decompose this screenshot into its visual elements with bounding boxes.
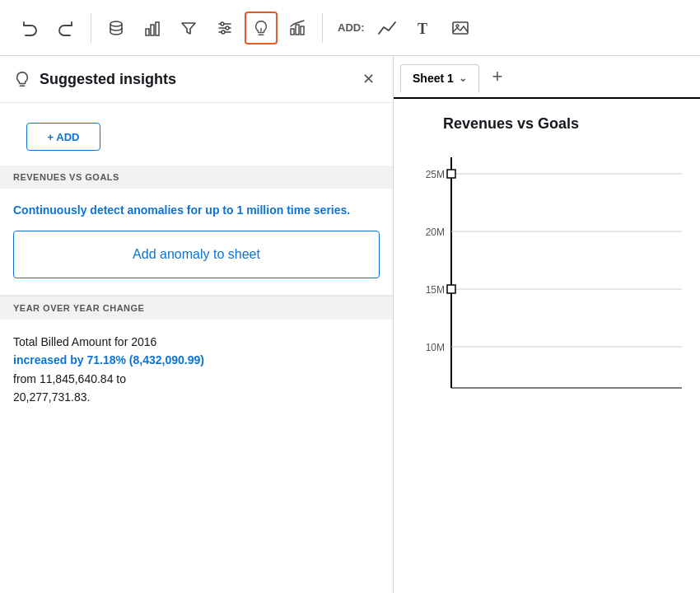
insight-content: Continuously detect anomalies for up to … bbox=[0, 189, 393, 296]
section1-label: REVENUES VS GOALS bbox=[0, 166, 393, 189]
sheet-tabs: Sheet 1 ⌄ + bbox=[394, 56, 700, 99]
add-image-button[interactable] bbox=[444, 12, 477, 44]
insights-button[interactable] bbox=[245, 12, 278, 44]
svg-rect-1 bbox=[146, 29, 149, 35]
svg-point-0 bbox=[110, 21, 122, 26]
main-layout: Suggested insights ✕ + ADD REVENUES VS G… bbox=[0, 56, 700, 593]
sheet-tab-label: Sheet 1 bbox=[413, 72, 454, 85]
svg-rect-3 bbox=[156, 22, 159, 35]
yoy-line1: Total Billed Amount for 2016 bbox=[13, 333, 380, 351]
redo-button[interactable] bbox=[49, 12, 82, 44]
add-label: ADD: bbox=[338, 21, 365, 34]
yoy-highlight: increased by 71.18% (8,432,090.99) bbox=[13, 351, 380, 369]
svg-point-8 bbox=[226, 26, 229, 30]
chart-area: Revenues vs Goals 25M 20M 15M bbox=[394, 99, 700, 593]
sheet-tab-1[interactable]: Sheet 1 ⌄ bbox=[400, 64, 479, 93]
add-line-button[interactable] bbox=[371, 12, 404, 44]
left-panel: Suggested insights ✕ + ADD REVENUES VS G… bbox=[0, 56, 394, 593]
add-text-button[interactable]: T bbox=[408, 12, 441, 44]
divider1 bbox=[91, 13, 91, 43]
add-anomaly-button[interactable]: Add anomaly to sheet bbox=[13, 231, 380, 278]
svg-text:15M: 15M bbox=[426, 284, 445, 296]
panel-lightbulb-icon bbox=[13, 70, 31, 88]
svg-point-9 bbox=[222, 30, 225, 34]
analytics-button[interactable] bbox=[281, 12, 314, 44]
yoy-line2: from 11,845,640.84 to bbox=[13, 370, 380, 388]
yoy-line3: 20,277,731.83. bbox=[13, 388, 380, 406]
svg-text:25M: 25M bbox=[426, 169, 445, 180]
svg-text:10M: 10M bbox=[426, 342, 445, 353]
svg-rect-15 bbox=[453, 22, 468, 34]
toolbar: ADD: T bbox=[0, 0, 700, 56]
divider2 bbox=[322, 13, 323, 43]
add-sheet-button[interactable]: + bbox=[484, 63, 511, 90]
chart-svg: 25M 20M 15M 10M bbox=[402, 149, 684, 413]
svg-rect-12 bbox=[296, 25, 299, 35]
database-button[interactable] bbox=[100, 12, 133, 44]
panel-header: Suggested insights ✕ bbox=[0, 56, 393, 103]
svg-rect-13 bbox=[301, 26, 304, 35]
insight-blue-text: Continuously detect anomalies for up to … bbox=[13, 202, 380, 219]
svg-rect-28 bbox=[447, 285, 455, 293]
add-anomaly-label: Add anomaly to sheet bbox=[133, 247, 260, 262]
svg-point-16 bbox=[456, 25, 459, 27]
sliders-button[interactable] bbox=[208, 12, 241, 44]
filter-button[interactable] bbox=[172, 12, 205, 44]
svg-rect-11 bbox=[291, 29, 294, 35]
undo-button[interactable] bbox=[13, 12, 46, 44]
section2-label: YEAR OVER YEAR CHANGE bbox=[0, 296, 393, 320]
svg-rect-2 bbox=[151, 25, 154, 35]
svg-point-7 bbox=[221, 22, 224, 26]
right-panel: Sheet 1 ⌄ + Revenues vs Goals 25M bbox=[394, 56, 700, 593]
svg-text:T: T bbox=[418, 21, 427, 37]
svg-text:20M: 20M bbox=[426, 226, 445, 238]
svg-rect-27 bbox=[447, 170, 455, 178]
chart-title: Revenues vs Goals bbox=[443, 115, 684, 133]
chart-container: 25M 20M 15M 10M bbox=[402, 149, 684, 569]
barchart-button[interactable] bbox=[136, 12, 169, 44]
chevron-down-icon: ⌄ bbox=[459, 72, 467, 84]
panel-title: Suggested insights bbox=[40, 71, 348, 88]
yoy-content: Total Billed Amount for 2016 increased b… bbox=[0, 320, 393, 420]
add-button[interactable]: + ADD bbox=[26, 123, 100, 151]
add-button-label: + ADD bbox=[48, 131, 80, 143]
close-panel-button[interactable]: ✕ bbox=[357, 68, 380, 91]
